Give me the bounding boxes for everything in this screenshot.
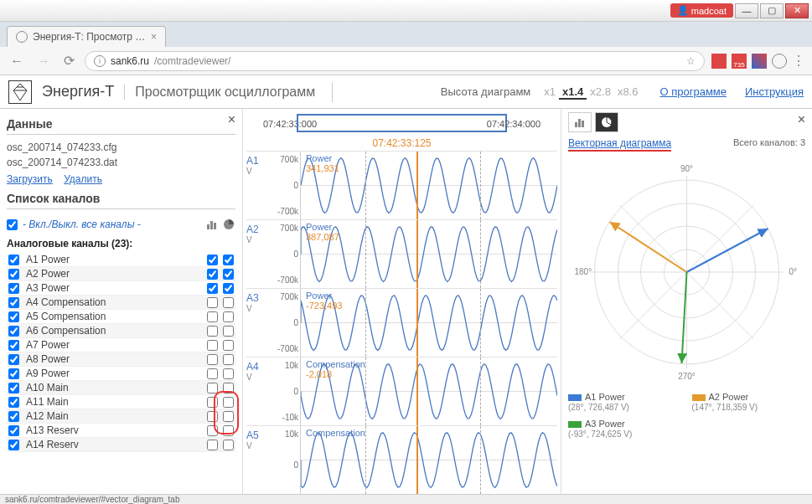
pie-icon[interactable] xyxy=(222,218,235,231)
channel-bars-checkbox[interactable] xyxy=(207,397,218,408)
channel-bars-checkbox[interactable] xyxy=(207,283,218,294)
channel-visible-checkbox[interactable] xyxy=(8,326,19,337)
channel-bars-checkbox[interactable] xyxy=(207,255,218,265)
svg-rect-2 xyxy=(214,223,216,229)
channel-visible-checkbox[interactable] xyxy=(8,354,19,365)
channel-vector-checkbox[interactable] xyxy=(223,297,234,308)
forward-button[interactable]: → xyxy=(34,54,54,69)
site-info-icon[interactable]: i xyxy=(94,55,106,67)
channel-vector-checkbox[interactable] xyxy=(223,340,234,351)
channel-visible-checkbox[interactable] xyxy=(8,368,19,379)
menu-icon[interactable]: ⋮ xyxy=(792,53,805,69)
tab-bars[interactable] xyxy=(568,112,592,132)
legend-name: A3 Power xyxy=(585,419,625,429)
channel-vector-checkbox[interactable] xyxy=(223,425,234,436)
channel-visible-checkbox[interactable] xyxy=(8,255,19,265)
maximize-button[interactable]: ▢ xyxy=(760,3,784,18)
channel-vector-checkbox[interactable] xyxy=(223,311,234,322)
url-input[interactable]: i sank6.ru/comtradeviewer/ ☆ xyxy=(85,51,705,71)
channel-label: A4 Compensation xyxy=(26,296,202,308)
legend-value: (-93°, 724,625 V) xyxy=(568,429,632,439)
ext-icon-2[interactable] xyxy=(752,54,767,69)
channel-bars-checkbox[interactable] xyxy=(207,297,218,308)
channel-bars-checkbox[interactable] xyxy=(207,368,218,379)
timeline-window[interactable] xyxy=(297,114,507,132)
channel-vector-checkbox[interactable] xyxy=(223,283,234,294)
channel-visible-checkbox[interactable] xyxy=(8,297,19,308)
channel-vector-checkbox[interactable] xyxy=(223,326,234,337)
channel-visible-checkbox[interactable] xyxy=(8,383,19,393)
bookmark-icon[interactable]: ☆ xyxy=(686,55,696,67)
channel-vector-checkbox[interactable] xyxy=(223,440,234,450)
bars-icon[interactable] xyxy=(205,218,219,231)
channel-visible-checkbox[interactable] xyxy=(8,425,19,436)
channel-visible-checkbox[interactable] xyxy=(8,283,19,294)
channel-bars-checkbox[interactable] xyxy=(207,425,218,436)
channel-visible-checkbox[interactable] xyxy=(8,397,19,408)
reload-button[interactable]: ⟳ xyxy=(60,53,78,69)
wave-plot[interactable]: Compensation xyxy=(300,426,557,494)
channel-bars-checkbox[interactable] xyxy=(207,383,218,393)
vector-close-icon[interactable]: × xyxy=(798,112,805,127)
close-button[interactable]: ✕ xyxy=(785,3,809,18)
tab-close-icon[interactable]: × xyxy=(151,31,157,43)
channel-visible-checkbox[interactable] xyxy=(8,340,19,351)
zoom-x8.6[interactable]: x8.6 xyxy=(614,85,642,98)
channel-bars-checkbox[interactable] xyxy=(207,326,218,337)
channel-vector-checkbox[interactable] xyxy=(223,397,234,408)
timeline-bar[interactable]: 07:42:33:000 07:42:34:000 xyxy=(246,112,557,136)
toggle-all-label[interactable]: - Вкл./Выкл. все каналы - xyxy=(23,219,141,230)
minimize-button[interactable]: — xyxy=(735,3,758,18)
load-link[interactable]: Загрузить xyxy=(7,173,53,185)
wave-title: Power xyxy=(306,153,332,163)
channel-vector-checkbox[interactable] xyxy=(223,411,234,422)
channel-label: A13 Reserv xyxy=(26,424,202,436)
channel-vector-checkbox[interactable] xyxy=(223,368,234,379)
toggle-all-checkbox[interactable] xyxy=(7,219,18,230)
wave-plot[interactable]: Power 387,087 xyxy=(300,220,557,288)
wave-value: -723,493 xyxy=(306,301,342,311)
channel-label: A3 Power xyxy=(26,282,202,294)
manual-link[interactable]: Инструкция xyxy=(745,85,804,98)
channel-bars-checkbox[interactable] xyxy=(207,269,218,280)
ext-icon-3[interactable] xyxy=(772,54,787,69)
chrome-user-badge[interactable]: 👤 madcoat xyxy=(670,3,733,18)
channel-visible-checkbox[interactable] xyxy=(8,311,19,322)
cursor-line[interactable] xyxy=(416,152,418,219)
cursor-line[interactable] xyxy=(416,357,418,425)
vector-title[interactable]: Векторная диаграмма xyxy=(568,137,671,152)
channel-bars-checkbox[interactable] xyxy=(207,354,218,365)
svg-rect-9 xyxy=(575,122,577,127)
gmail-icon[interactable]: 735 xyxy=(732,54,747,69)
channel-row: A8 Power xyxy=(7,352,235,367)
cursor-line[interactable] xyxy=(416,289,418,357)
about-link[interactable]: О программе xyxy=(659,85,727,98)
tab-vector[interactable] xyxy=(595,112,618,132)
channel-bars-checkbox[interactable] xyxy=(207,440,218,450)
delete-link[interactable]: Удалить xyxy=(64,173,102,185)
channel-bars-checkbox[interactable] xyxy=(207,311,218,322)
zoom-x1[interactable]: x1 xyxy=(540,85,559,98)
channel-vector-checkbox[interactable] xyxy=(223,354,234,365)
wave-id: A3V xyxy=(246,289,266,357)
channel-visible-checkbox[interactable] xyxy=(8,440,19,450)
cursor-line[interactable] xyxy=(416,220,418,288)
channel-vector-checkbox[interactable] xyxy=(223,269,234,280)
channel-vector-checkbox[interactable] xyxy=(223,383,234,393)
channel-vector-checkbox[interactable] xyxy=(223,255,234,265)
wave-plot[interactable]: Power 341,931 xyxy=(300,152,557,219)
channel-bars-checkbox[interactable] xyxy=(207,340,218,351)
channel-bars-checkbox[interactable] xyxy=(207,411,218,422)
wave-plot[interactable]: Power -723,493 xyxy=(300,289,557,357)
browser-tab[interactable]: Энергия-Т: Просмотр о... × xyxy=(7,26,166,47)
sidebar-close-icon[interactable]: × xyxy=(228,112,235,127)
file-dat: osc_200714_074233.dat xyxy=(7,155,235,170)
channel-visible-checkbox[interactable] xyxy=(8,269,19,280)
zoom-x1.4[interactable]: x1.4 xyxy=(559,85,587,100)
channel-visible-checkbox[interactable] xyxy=(8,411,19,422)
back-button[interactable]: ← xyxy=(7,54,27,69)
cursor-line[interactable] xyxy=(416,426,418,494)
zoom-x2.8[interactable]: x2.8 xyxy=(587,85,614,98)
wave-plot[interactable]: Compensation -2,018 xyxy=(300,357,557,425)
ext-icon-1[interactable] xyxy=(711,54,727,69)
